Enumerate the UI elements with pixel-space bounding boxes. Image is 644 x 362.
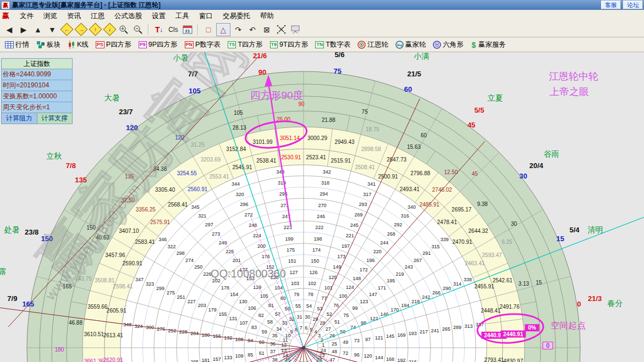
svg-text:4830.97: 4830.97 <box>503 358 524 362</box>
tool-target-red-button[interactable]: 江恩轮 <box>356 39 390 51</box>
svg-text:126: 126 <box>310 270 318 275</box>
svg-text:181: 181 <box>202 358 210 362</box>
tool-PS-button[interactable]: PSP四方形 <box>94 39 133 51</box>
tool-label: 9T四方形 <box>279 40 308 49</box>
menu-item-6[interactable]: 工具 <box>170 10 194 22</box>
diamond-left-icon[interactable]: ← <box>60 24 73 36</box>
svg-text:2796.88: 2796.88 <box>410 170 431 176</box>
svg-text:3000.29: 3000.29 <box>307 135 328 141</box>
tool-TN-button[interactable]: TNT数字表 <box>313 39 352 51</box>
tool-TS-button[interactable]: TST四方形 <box>226 39 265 51</box>
board-icon[interactable] <box>289 24 302 36</box>
tool-kline-button[interactable]: K线 <box>66 39 90 51</box>
svg-text:75: 75 <box>362 109 368 115</box>
tool-blocks-button[interactable]: 板块 <box>35 39 62 51</box>
svg-text:0: 0 <box>546 343 549 349</box>
svg-text:60: 60 <box>404 85 412 93</box>
dollar-icon: $ <box>471 41 477 49</box>
tool-label: T数字表 <box>326 40 350 49</box>
svg-text:96: 96 <box>354 352 360 358</box>
svg-text:85: 85 <box>247 352 253 358</box>
nav-right-icon[interactable]: ▶ <box>17 24 30 36</box>
svg-text:37: 37 <box>270 349 276 354</box>
menu-item-9[interactable]: 帮助 <box>255 10 279 22</box>
diamond-down-icon[interactable]: ↓ <box>103 24 116 36</box>
tool-big-button[interactable]: Big赢家轮 <box>394 39 428 51</box>
svg-text:2583.41: 2583.41 <box>135 239 155 245</box>
svg-text:340: 340 <box>408 204 416 210</box>
svg-text:2538.41: 2538.41 <box>256 158 277 164</box>
diamond-right-icon[interactable]: → <box>74 24 87 36</box>
svg-text:148: 148 <box>353 276 361 281</box>
svg-text:3203.69: 3203.69 <box>201 157 221 163</box>
menu-item-4[interactable]: 公式选股 <box>109 10 147 22</box>
svg-text:47: 47 <box>329 357 335 362</box>
gann-wheel-chart[interactable]: 1234567891011121314151621222324252627282… <box>0 52 644 362</box>
svg-text:265: 265 <box>442 326 450 332</box>
svg-text:15.63: 15.63 <box>407 144 421 150</box>
menu-item-2[interactable]: 资讯 <box>62 10 86 22</box>
nav-left-icon[interactable]: ◀ <box>3 24 16 36</box>
square-tool-icon[interactable]: □ <box>202 24 215 36</box>
tool-label: 江恩轮 <box>367 40 388 49</box>
tool-dollar-button[interactable]: $赢家服务 <box>469 39 508 51</box>
tool-PN-button[interactable]: PNP数字表 <box>183 39 222 51</box>
PS-icon: PS <box>96 41 104 48</box>
svg-text:99: 99 <box>353 305 358 311</box>
boxed-x-icon[interactable]: ⊠ <box>260 24 273 36</box>
calc-support-button[interactable]: 计算支撑 <box>37 113 73 124</box>
rotate-ccw-icon[interactable]: ↶ <box>246 24 259 36</box>
svg-text:21/3: 21/3 <box>588 294 602 303</box>
svg-text:322: 322 <box>167 244 175 249</box>
svg-text:106: 106 <box>248 305 256 311</box>
svg-text:46.88: 46.88 <box>69 320 82 326</box>
svg-text:56: 56 <box>285 306 290 311</box>
tool-target-blue-button[interactable]: 六角形 <box>431 39 465 51</box>
menu-item-1[interactable]: 浏览 <box>38 10 62 22</box>
svg-text:3254.55: 3254.55 <box>177 170 197 176</box>
forum-button[interactable]: 论坛 <box>623 1 643 9</box>
menu-item-8[interactable]: 交易委托 <box>218 10 255 22</box>
tool-P9-button[interactable]: P99P四方形 <box>137 39 179 51</box>
zoom-out-icon[interactable] <box>131 24 145 36</box>
triangle-tool-icon[interactable]: △ <box>216 23 230 36</box>
rotate-cw-icon[interactable]: ↷ <box>232 24 245 36</box>
menu-item-7[interactable]: 窗口 <box>194 10 218 22</box>
menu-item-0[interactable]: 文件 <box>15 10 38 22</box>
nav-down-icon[interactable]: ▼ <box>46 24 59 36</box>
menu-item-5[interactable]: 设置 <box>147 10 170 22</box>
calc-resistance-button[interactable]: 计算阻力 <box>2 113 37 124</box>
svg-text:198: 198 <box>314 236 322 242</box>
support-button[interactable]: 客服 <box>601 1 621 9</box>
svg-text:102: 102 <box>308 281 316 286</box>
nav-up-icon[interactable]: ▲ <box>31 24 45 36</box>
svg-text:7: 7 <box>300 325 302 331</box>
annotation-gods-eye: 上帝之眼 <box>549 86 589 97</box>
tool-grid-button[interactable]: 行情 <box>3 39 31 51</box>
zoom-in-icon[interactable] <box>117 24 130 36</box>
tool-label: 赢家轮 <box>405 40 426 49</box>
svg-text:61: 61 <box>259 350 265 356</box>
cls-button[interactable]: Cls <box>167 24 180 36</box>
svg-text:320: 320 <box>236 192 244 197</box>
svg-text:129: 129 <box>253 285 261 290</box>
t-arrow-icon[interactable]: T↓ <box>152 24 166 36</box>
svg-text:155: 155 <box>219 311 227 317</box>
svg-text:28.13: 28.13 <box>233 125 246 131</box>
svg-text:30: 30 <box>511 221 518 227</box>
svg-text:82: 82 <box>258 313 264 318</box>
expand-x-icon[interactable] <box>274 24 288 36</box>
svg-text:317: 317 <box>363 192 371 197</box>
calendar-icon[interactable]: 21 <box>181 24 194 36</box>
svg-text:2575.91: 2575.91 <box>150 219 170 225</box>
svg-text:196: 196 <box>366 258 375 263</box>
gann-wheel-canvas[interactable]: 1234567891011121314151621222324252627282… <box>0 52 644 362</box>
diamond-up-icon[interactable]: ↑ <box>89 24 102 36</box>
svg-text:344: 344 <box>232 181 240 187</box>
svg-text:150: 150 <box>311 258 319 264</box>
tool-T9-button[interactable]: T99T四方形 <box>268 39 310 51</box>
svg-text:Big: Big <box>397 43 402 47</box>
svg-text:2500.91: 2500.91 <box>378 174 398 180</box>
svg-text:34: 34 <box>276 326 282 332</box>
menu-item-3[interactable]: 江恩 <box>86 10 109 22</box>
